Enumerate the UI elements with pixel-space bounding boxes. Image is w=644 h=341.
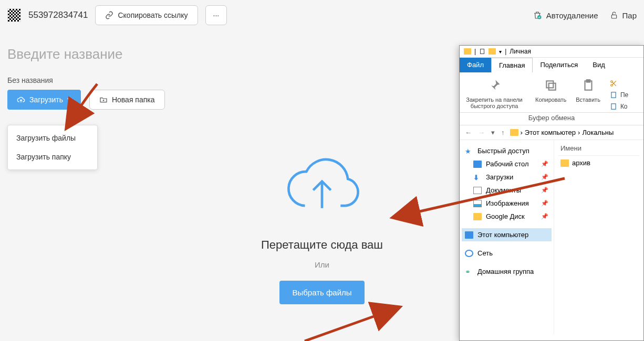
- tree-quick-access[interactable]: ★Быстрый доступ: [462, 144, 552, 157]
- file-explorer-window: | ▾ | Личная Файл Главная Поделиться Вид…: [459, 45, 644, 341]
- folder-icon: [560, 159, 569, 167]
- column-header-name[interactable]: Имени: [558, 144, 639, 156]
- doc-icon: [610, 91, 617, 99]
- paste-icon: [581, 79, 595, 92]
- nav-up[interactable]: ↑: [500, 129, 506, 136]
- tab-view[interactable]: Вид: [585, 58, 612, 72]
- download-icon: ⬇: [473, 174, 482, 181]
- tree-pictures[interactable]: Изображения📌: [462, 197, 552, 210]
- copy-link-button[interactable]: Скопировать ссылку: [95, 5, 198, 25]
- svg-rect-9: [611, 92, 616, 98]
- file-name: архив: [572, 159, 590, 167]
- new-folder-button[interactable]: Новая папка: [89, 90, 165, 110]
- tree-documents[interactable]: Документы📌: [462, 184, 552, 197]
- svg-rect-6: [586, 80, 590, 82]
- pc-icon: [465, 231, 473, 239]
- tab-home[interactable]: Главная: [491, 58, 533, 72]
- svg-rect-10: [611, 104, 616, 110]
- pin-icon: 📌: [541, 161, 548, 167]
- ribbon-side2[interactable]: Ко: [610, 103, 628, 110]
- svg-point-7: [611, 81, 613, 83]
- explorer-tree: ★Быстрый доступ Рабочий стол📌 ⬇Загрузки📌…: [460, 140, 554, 334]
- tree-gdrive[interactable]: Google Диск📌: [462, 210, 552, 223]
- trash-check-icon: [533, 10, 542, 20]
- ribbon-tabs: Файл Главная Поделиться Вид: [460, 58, 643, 72]
- top-right-controls: Автоудаление Пар: [533, 10, 637, 20]
- homegroup-icon: ⚭: [465, 268, 473, 275]
- scissors-icon: [610, 80, 617, 87]
- svg-rect-2: [481, 49, 484, 54]
- svg-rect-4: [546, 81, 553, 88]
- tree-this-pc[interactable]: Этот компьютер: [462, 228, 552, 241]
- password-label: Пар: [622, 11, 637, 20]
- explorer-body: ★Быстрый доступ Рабочий стол📌 ⬇Загрузки📌…: [460, 140, 643, 334]
- svg-point-8: [611, 84, 613, 87]
- nav-recent[interactable]: ▾: [490, 129, 496, 136]
- svg-rect-3: [548, 83, 555, 90]
- star-icon: ★: [465, 147, 473, 155]
- top-bar: 553972834741 Скопировать ссылку ··· Авто…: [0, 0, 644, 30]
- password-button[interactable]: Пар: [610, 10, 637, 20]
- explorer-address-bar: ← → ▾ ↑ › Этот компьютер › Локальны: [460, 125, 643, 140]
- new-folder-label: Новая папка: [112, 95, 155, 104]
- path-local[interactable]: Локальны: [582, 129, 614, 136]
- copy-icon: [544, 79, 558, 92]
- folder-icon: [473, 213, 482, 220]
- document-icon: [473, 187, 482, 194]
- ribbon-copy[interactable]: Копировать: [535, 77, 566, 110]
- autodelete-button[interactable]: Автоудаление: [533, 10, 598, 20]
- folder-icon: [464, 48, 471, 55]
- file-item-archive[interactable]: архив: [558, 156, 639, 170]
- titlebar-sep: |: [474, 48, 476, 55]
- tree-downloads[interactable]: ⬇Загрузки📌: [462, 170, 552, 184]
- path-this-pc[interactable]: Этот компьютер: [525, 129, 576, 136]
- lock-icon: [610, 10, 618, 20]
- pictures-icon: [473, 200, 482, 207]
- pin-icon: 📌: [541, 200, 548, 207]
- tree-desktop[interactable]: Рабочий стол📌: [462, 157, 552, 170]
- more-button[interactable]: ···: [205, 5, 227, 25]
- ribbon-cut[interactable]: [610, 80, 628, 87]
- explorer-file-list: Имени архив: [554, 140, 643, 334]
- choose-files-button[interactable]: Выбрать файлы: [279, 281, 364, 304]
- tab-share[interactable]: Поделиться: [533, 58, 585, 72]
- chevron-down-icon: [67, 98, 71, 102]
- pin-icon: [487, 78, 502, 93]
- cloud-upload-icon: [17, 95, 25, 104]
- copy-link-label: Скопировать ссылку: [118, 11, 188, 19]
- upload-label: Загрузить: [29, 95, 63, 104]
- explorer-titlebar[interactable]: | ▾ | Личная: [460, 46, 643, 58]
- tree-homegroup[interactable]: ⚭Домашняя группа: [462, 265, 552, 278]
- upload-button[interactable]: Загрузить: [7, 90, 81, 110]
- folder-plus-icon: [99, 95, 108, 104]
- pin-icon: 📌: [541, 213, 548, 220]
- ribbon-copy-label: Копировать: [535, 97, 566, 103]
- ribbon-side: Пе Ко: [610, 77, 628, 110]
- ribbon-paste-label: Вставить: [576, 97, 600, 103]
- ribbon-pin[interactable]: Закрепить на панели быстрого доступа: [463, 77, 526, 110]
- ribbon-paste[interactable]: Вставить: [576, 77, 600, 110]
- titlebar-sep: |: [505, 48, 506, 55]
- folder-icon: [510, 129, 518, 136]
- pin-icon: 📌: [541, 187, 548, 194]
- address-path[interactable]: › Этот компьютер › Локальны: [510, 129, 614, 136]
- tree-network[interactable]: Сеть: [462, 247, 552, 260]
- window-title: Личная: [510, 48, 531, 55]
- path-sep: ›: [521, 129, 523, 136]
- link-icon: [105, 11, 113, 19]
- desktop-icon: [473, 161, 482, 168]
- dots-icon: ···: [213, 11, 220, 19]
- nav-forward[interactable]: →: [477, 129, 486, 136]
- chevron-down-icon: ▾: [499, 49, 502, 55]
- network-icon: [465, 250, 473, 257]
- nav-back[interactable]: ←: [464, 129, 473, 136]
- ribbon-side1[interactable]: Пе: [610, 91, 628, 99]
- ribbon: Закрепить на панели быстрого доступа Коп…: [460, 72, 643, 113]
- path-sep: ›: [578, 129, 580, 136]
- doc-icon: [610, 103, 617, 110]
- tab-file[interactable]: Файл: [460, 58, 491, 72]
- qr-code-icon: [7, 8, 21, 22]
- document-id: 553972834741: [28, 10, 88, 20]
- ribbon-pin-label: Закрепить на панели быстрого доступа: [463, 97, 526, 109]
- pin-icon: 📌: [541, 174, 548, 180]
